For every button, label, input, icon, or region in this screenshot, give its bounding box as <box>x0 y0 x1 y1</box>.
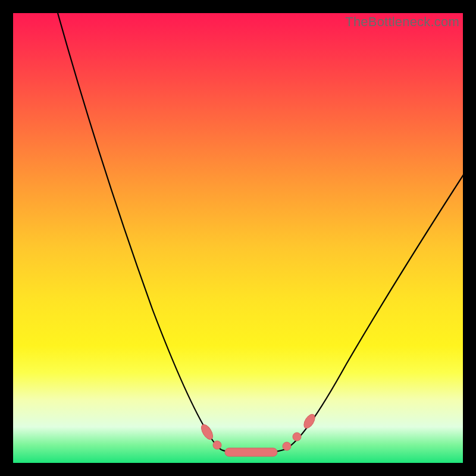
watermark-text: TheBottleneck.com <box>345 14 459 30</box>
bead-marker-bar <box>225 448 277 456</box>
bead-marker <box>293 433 301 441</box>
bead-group <box>199 412 317 456</box>
bead-marker <box>199 422 215 441</box>
curve-group <box>58 13 463 453</box>
bottleneck-curve-left <box>58 13 221 450</box>
bead-marker <box>302 412 317 430</box>
bottleneck-curve-bottom <box>221 449 286 453</box>
bead-marker <box>213 441 221 449</box>
chart-plot-area: TheBottleneck.com <box>13 13 463 463</box>
bottleneck-curve-right <box>286 174 463 449</box>
bead-marker <box>283 442 291 450</box>
chart-overlay <box>13 13 463 463</box>
